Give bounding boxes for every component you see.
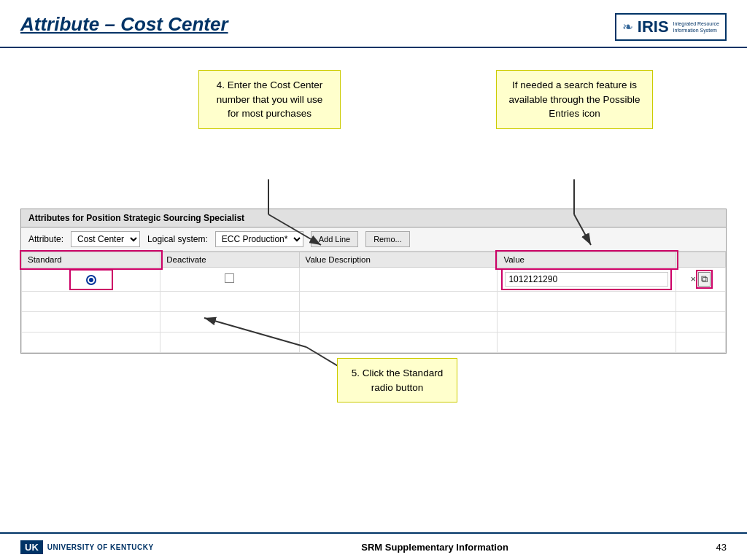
sap-title-bar: Attributes for Position Strategic Sourci… [21,209,726,228]
remove-button[interactable]: Remo... [365,231,410,247]
col-value-desc: Value Description [299,252,498,268]
value-cell [498,268,676,292]
col-standard: Standard [22,252,160,268]
footer-page-number: 43 [716,542,727,553]
sap-toolbar: Attribute: Cost Center Logical system: E… [21,228,726,252]
callout-step5: 5. Click the Standard radio button [337,358,457,402]
logo-text: IRIS [638,18,669,36]
university-name: UNIVERSITY OF KENTUCKY [47,543,154,551]
logo-area: ❧ IRIS Integrated ResourceInformation Sy… [615,13,727,41]
sap-panel: Attributes for Position Strategic Sourci… [20,209,727,354]
col-deactivate: Deactivate [160,252,299,268]
header: Attribute – Cost Center ❧ IRIS Integrate… [0,0,747,48]
add-line-button[interactable]: Add Line [311,231,358,247]
possible-entries-icon[interactable]: ⧉ [698,272,711,287]
table-row-empty-3 [22,332,726,353]
radio-inner [89,278,93,282]
logo-box: ❧ IRIS Integrated ResourceInformation Sy… [615,13,727,41]
footer: UK UNIVERSITY OF KENTUCKY SRM Supplement… [0,532,747,560]
sap-title: Attributes for Position Strategic Sourci… [28,213,244,223]
attributes-table: Standard Deactivate Value Description Va… [21,252,726,353]
page-title: Attribute – Cost Center [20,13,228,36]
standard-highlight [71,271,111,288]
uk-logo: UK [20,540,43,554]
logical-label: Logical system: [147,234,208,244]
footer-left: UK UNIVERSITY OF KENTUCKY [20,540,154,554]
footer-center-text: SRM Supplementary Information [361,542,508,553]
value-desc-cell [299,268,498,292]
table-row-empty-1 [22,292,726,312]
col-action [676,252,726,268]
attribute-label: Attribute: [28,234,63,244]
standard-radio[interactable] [86,275,96,285]
table-row: × ⧉ [22,268,726,292]
value-input[interactable] [505,272,668,287]
callout-step4: 4. Enter the Cost Center number that you… [198,70,341,129]
logo-sub: Integrated ResourceInformation System [673,20,719,34]
iris-leaf-icon: ❧ [622,19,633,35]
standard-cell [22,268,160,292]
main-content: 4. Enter the Cost Center number that you… [0,48,747,551]
callout-search: If needed a search feature is available … [496,70,653,129]
logical-select[interactable]: ECC Production* [215,231,303,247]
delete-icon[interactable]: × [691,273,697,284]
table-row-empty-2 [22,312,726,332]
value-highlight [503,271,670,288]
deactivate-checkbox[interactable] [225,273,234,283]
action-cell: × ⧉ [676,268,726,292]
col-value: Value [498,252,676,268]
deactivate-cell [160,268,299,292]
attribute-select[interactable]: Cost Center [71,231,140,247]
